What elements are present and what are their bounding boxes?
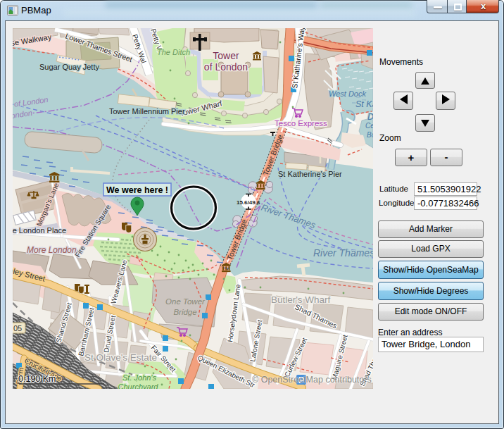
svg-text:0.190 Km: 0.190 Km	[18, 374, 56, 384]
svg-text:Tower Millennium Pier: Tower Millennium Pier	[109, 107, 185, 116]
svg-text:re London Place: re London Place	[13, 226, 66, 235]
svg-text:We were here !: We were here !	[106, 185, 168, 195]
svg-text:05: 05	[13, 324, 22, 332]
svg-text:Churchyard: Churchyard	[118, 383, 159, 389]
svg-text:© OpenStreetMap contributors: © OpenStreetMap contributors	[252, 375, 372, 385]
svg-text:Bo: Bo	[367, 131, 373, 139]
svg-text:St. John's: St. John's	[122, 373, 156, 382]
svg-text:More London: More London	[27, 245, 77, 255]
svg-text:St Katherine's Pier: St Katherine's Pier	[278, 170, 342, 178]
svg-text:Tower: Tower	[213, 50, 239, 61]
svg-text:15.6/49.6: 15.6/49.6	[237, 199, 260, 206]
svg-text:St Olave's Estate: St Olave's Estate	[84, 352, 157, 363]
svg-text:Bridge: Bridge	[173, 308, 196, 316]
svg-text:of London: of London	[204, 61, 248, 73]
svg-text:West Dock: West Dock	[329, 89, 366, 98]
svg-text:River Thames: River Thames	[313, 247, 373, 259]
svg-text:Ce: Ce	[365, 122, 373, 130]
svg-text:Tesco Express: Tesco Express	[275, 119, 327, 128]
svg-text:St Ka: St Ka	[355, 99, 373, 109]
svg-text:One Tower: One Tower	[165, 297, 206, 306]
svg-text:The Ditch: The Ditch	[157, 48, 190, 56]
svg-text:D: D	[367, 112, 373, 122]
svg-text:Sugar Quay Jetty: Sugar Quay Jetty	[39, 63, 99, 71]
